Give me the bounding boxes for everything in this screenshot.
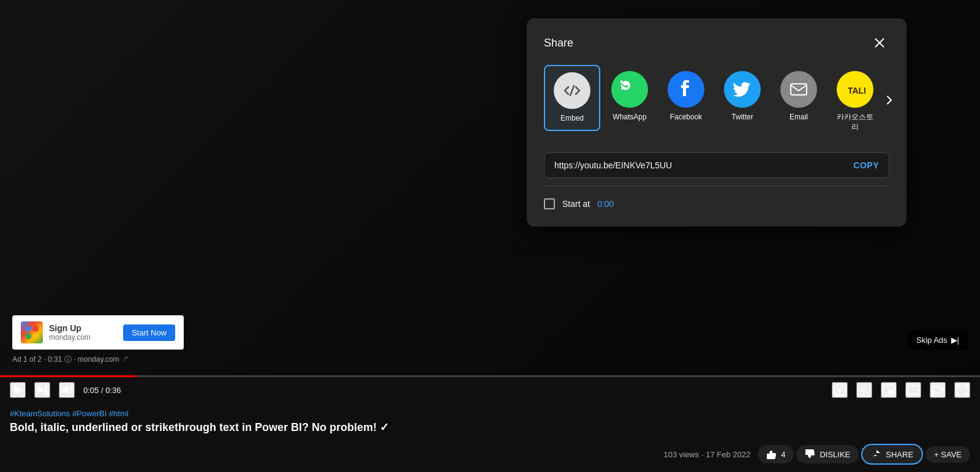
url-bar: https://youtu.be/EINKVe7L5UU COPY <box>544 152 889 178</box>
kakao-icon-circle: TALK <box>837 71 873 108</box>
start-at-time[interactable]: 0:00 <box>597 199 614 209</box>
close-modal-button[interactable] <box>870 33 889 53</box>
kakao-label: 카카오스토리 <box>837 113 873 132</box>
email-label: Email <box>790 113 808 122</box>
embed-icon-circle <box>554 72 590 109</box>
share-item-embed[interactable]: Embed <box>544 65 600 131</box>
url-text: https://youtu.be/EINKVe7L5UU <box>554 160 853 170</box>
embed-label: Embed <box>560 114 584 124</box>
facebook-label: Facebook <box>670 113 703 122</box>
svg-rect-19 <box>791 84 807 95</box>
whatsapp-icon-circle <box>611 71 648 108</box>
start-at-checkbox[interactable] <box>544 198 555 209</box>
share-item-facebook[interactable]: Facebook <box>659 65 713 129</box>
twitter-icon-circle <box>724 71 761 108</box>
share-item-whatsapp[interactable]: WhatsApp <box>603 65 657 129</box>
modal-overlay: Share Embed <box>0 0 980 472</box>
modal-header: Share <box>544 33 889 53</box>
whatsapp-label: WhatsApp <box>612 113 646 122</box>
facebook-icon-circle <box>668 71 704 108</box>
url-divider <box>544 185 889 186</box>
copy-button[interactable]: COPY <box>853 160 879 170</box>
start-at-row: Start at 0:00 <box>544 198 889 209</box>
svg-line-18 <box>570 86 574 96</box>
svg-text:TALK: TALK <box>848 86 865 96</box>
share-item-email[interactable]: Email <box>772 65 826 129</box>
email-icon-circle <box>780 71 817 108</box>
start-at-label: Start at <box>562 199 590 209</box>
modal-title: Share <box>544 37 573 50</box>
share-item-twitter[interactable]: Twitter <box>715 65 769 129</box>
share-modal: Share Embed <box>527 18 907 227</box>
share-item-kakao[interactable]: TALK 카카오스토리 <box>828 65 882 138</box>
share-icons-row: Embed WhatsApp Facebook <box>544 65 889 138</box>
twitter-label: Twitter <box>731 113 753 122</box>
next-arrow-button[interactable] <box>883 94 895 109</box>
